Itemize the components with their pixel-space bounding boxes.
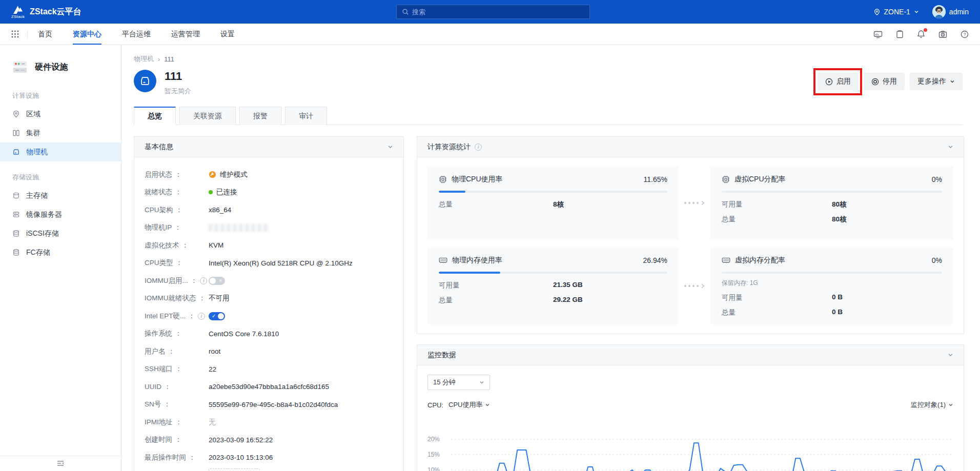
monitor-header[interactable]: 监控数据 [417, 345, 964, 365]
info-label-text: 就绪状态 [145, 188, 172, 197]
sidebar-item-label: 物理机 [26, 148, 48, 157]
action-button-启用[interactable]: 启用 [818, 73, 859, 90]
info-label: IOMMU启用... ：i [145, 276, 209, 285]
stat-card-物理内存使用率: 物理内存使用率26.94%可用量21.35 GB总量29.22 GB [427, 248, 679, 324]
stat-card-虚拟CPU分配率: 虚拟CPU分配率0%可用量80核总量80核 [710, 167, 953, 239]
breadcrumb-item[interactable]: 物理机 [134, 54, 154, 64]
arrow-head [701, 198, 705, 208]
monitor-target-select[interactable]: 监控对象(1) [911, 400, 953, 409]
info-label: 最后操作时间 ： [145, 453, 209, 462]
fc-storage-icon [12, 249, 20, 256]
tab-关联资源[interactable]: 关联资源 [179, 107, 236, 125]
info-value-text: 55595e99-679e-495c-b8a4-b1c02d40fdca [209, 401, 338, 408]
nav-item-运营管理[interactable]: 运营管理 [171, 24, 200, 45]
info-label-text: UUID [145, 383, 161, 391]
info-label-text: 操作系统 [145, 329, 172, 338]
info-label: IOMMU就绪状态 ： [145, 294, 209, 303]
stat-row: 可用量0 B [722, 293, 942, 302]
nav-item-首页[interactable]: 首页 [38, 24, 52, 45]
sidebar-item-iSCSI存储[interactable]: iSCSI存储 [0, 224, 121, 243]
info-value-text: x86_64 [209, 206, 231, 214]
info-label-text: 启用状态 [145, 170, 172, 179]
bell-icon[interactable] [917, 30, 925, 38]
progress-bar [722, 272, 942, 274]
label-colon: ： [175, 435, 182, 444]
stat-row-label: 可用量 [722, 200, 832, 209]
app-grid-icon[interactable] [11, 24, 19, 45]
chevron-down-icon[interactable] [387, 144, 393, 150]
search-input[interactable] [412, 8, 584, 16]
sidebar-item-物理机[interactable]: 物理机 [0, 142, 121, 161]
sidebar-item-集群[interactable]: 集群 [0, 124, 121, 142]
action-button-wrap: 更多操作 [910, 73, 963, 90]
stat-row-value: 8核 [553, 200, 564, 209]
toggle-on[interactable]: ✓ [209, 312, 225, 320]
action-button-更多操作[interactable]: 更多操作 [910, 73, 963, 90]
chevron-down-icon [914, 9, 919, 14]
cluster-icon [12, 129, 20, 137]
nav-item-平台运维[interactable]: 平台运维 [122, 24, 151, 45]
info-value: ✓ [209, 312, 225, 320]
sidebar-header: 硬件设施 [0, 45, 121, 80]
hardware-facility-icon [11, 58, 29, 76]
dot [688, 202, 690, 204]
zone-selector[interactable]: ZONE-1 [873, 8, 919, 16]
sidebar-item-主存储[interactable]: 主存储 [0, 186, 121, 205]
tab-总览[interactable]: 总览 [134, 107, 176, 125]
stat-row: 总量80核 [722, 215, 942, 224]
info-icon[interactable]: i [198, 313, 205, 320]
chevron-down-icon[interactable] [948, 352, 953, 358]
user-menu[interactable]: admin [932, 5, 969, 18]
info-label: 操作系统 ： [145, 329, 209, 338]
maintenance-icon [209, 171, 216, 178]
add-tag-chip-partial[interactable] [209, 468, 260, 471]
tab-审计[interactable]: 审计 [285, 107, 327, 125]
operation-history-icon[interactable] [938, 30, 947, 38]
info-icon[interactable]: i [200, 277, 207, 284]
sidebar-item-FC存储[interactable]: FC存储 [0, 243, 121, 262]
info-label-text: SN号 [145, 400, 161, 409]
info-label: Intel EPT硬... ：i [145, 312, 209, 321]
info-label-text: CPU类型 [145, 258, 173, 268]
label-colon: ： [168, 347, 175, 356]
info-row: 启用状态 ：维护模式 [145, 166, 393, 183]
nav-item-资源中心[interactable]: 资源中心 [73, 24, 101, 45]
sidebar-item-区域[interactable]: 区域 [0, 105, 121, 124]
global-search[interactable] [396, 5, 590, 19]
action-buttons: 启用停用更多操作 [818, 73, 963, 90]
stat-row-value: 0 B [832, 308, 843, 317]
dotted-arrow-icon [679, 167, 710, 239]
console-icon[interactable] [873, 30, 883, 38]
play-circle-icon [825, 78, 833, 86]
info-row: 物理机IP ： [145, 219, 393, 237]
arrow-head [701, 281, 705, 291]
breadcrumb: 物理机›111 [134, 54, 963, 64]
sidebar-collapse-button[interactable] [0, 456, 121, 471]
compute-stats-header[interactable]: 计算资源统计 i [417, 137, 964, 157]
info-label-text: IPMI地址 [145, 418, 173, 427]
action-button-停用[interactable]: 停用 [864, 73, 905, 90]
toggle-mark: × [219, 277, 222, 284]
nav-item-设置[interactable]: 设置 [220, 24, 235, 45]
period-select[interactable]: 15 分钟 [427, 375, 490, 390]
redacted-ip-value [209, 224, 269, 232]
dot [684, 202, 686, 204]
top-header: ZStack ZStack云平台 ZONE-1 [0, 0, 980, 24]
info-label-text: IOMMU就绪状态 [145, 294, 196, 303]
chevron-down-icon [479, 380, 484, 385]
clipboard-icon[interactable] [896, 30, 904, 38]
basic-info-header[interactable]: 基本信息 [134, 137, 403, 157]
info-value-text: 22 [209, 365, 216, 373]
chevron-down-icon[interactable] [948, 144, 953, 150]
metric-select[interactable]: CPU使用率 [448, 400, 489, 409]
nav-toolbar-icons: ? [873, 24, 969, 45]
toggle-off[interactable]: × [209, 277, 225, 285]
host-icon [12, 148, 20, 156]
help-icon[interactable]: ? [961, 30, 969, 38]
tab-报警[interactable]: 报警 [239, 107, 281, 125]
info-label: CPU架构 ： [145, 206, 209, 215]
info-icon[interactable]: i [475, 144, 482, 151]
sidebar-item-镜像服务器[interactable]: 镜像服务器 [0, 205, 121, 224]
cpu-usage-line [451, 443, 950, 471]
stat-card-title-row: 虚拟内存分配率0% [722, 256, 942, 265]
